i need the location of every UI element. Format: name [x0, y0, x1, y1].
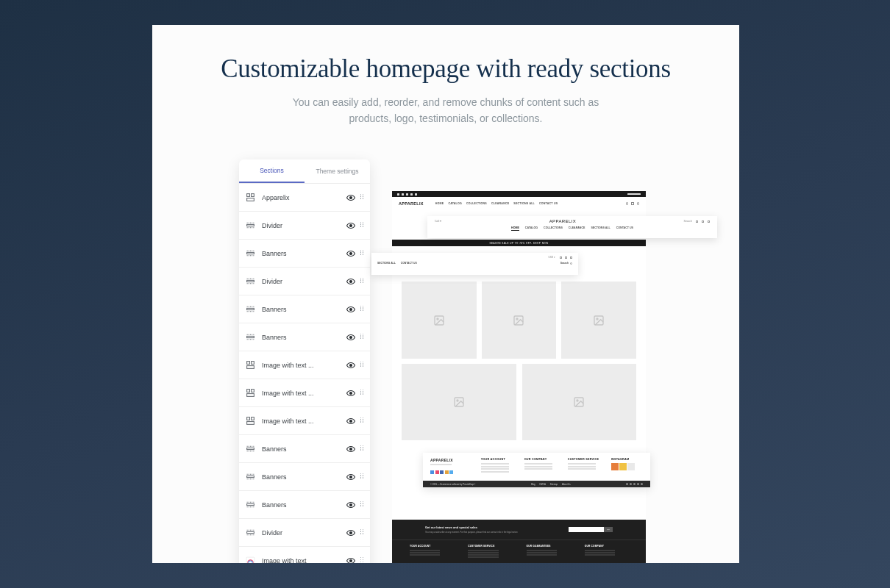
section-row[interactable]: Banners [239, 295, 370, 323]
promo-bar: SEASON SALE UP TO 70% OFF. SHOP NOW [392, 240, 646, 246]
email-input[interactable] [569, 527, 604, 532]
section-row[interactable]: Divider [239, 212, 370, 240]
nav-link: CONTACT US [539, 202, 558, 205]
svg-point-31 [350, 392, 352, 394]
drag-handle-icon[interactable] [360, 306, 364, 313]
newsletter-sub: You may unsubscribe at any moment. For t… [425, 531, 518, 534]
footer-variant-light: APPARELIX YOUR ACCOUNT OUR COMPANY CUSTO… [423, 453, 650, 487]
visibility-toggle-icon[interactable] [346, 277, 355, 286]
signin-link [627, 193, 641, 196]
drag-handle-icon[interactable] [360, 557, 364, 563]
drag-handle-icon[interactable] [360, 390, 364, 397]
section-row[interactable]: Divider [239, 519, 370, 547]
section-row[interactable]: Banners [239, 240, 370, 268]
section-row[interactable]: Banners [239, 463, 370, 491]
section-row[interactable]: Image with text [239, 547, 370, 563]
svg-rect-29 [252, 390, 254, 392]
subheadline: You can easily add, reorder, and remove … [152, 94, 739, 127]
footer-col-title: CUSTOMER SERVICE [568, 458, 603, 461]
nav-link: CATALOG [525, 226, 538, 231]
divider-icon [246, 472, 255, 481]
visibility-toggle-icon[interactable] [346, 528, 355, 537]
drag-handle-icon[interactable] [360, 250, 364, 257]
section-row[interactable]: Apparelix [239, 184, 370, 212]
svg-rect-25 [252, 362, 254, 365]
section-row[interactable]: Image with text ... [239, 351, 370, 379]
tab-theme-settings[interactable]: Theme settings [305, 159, 370, 183]
nav-link: COLLECTIONS [466, 202, 487, 205]
svg-rect-0 [247, 194, 250, 197]
drag-handle-icon[interactable] [360, 501, 364, 509]
banner-placeholder [402, 282, 477, 359]
visibility-toggle-icon[interactable] [346, 389, 355, 398]
svg-rect-28 [247, 390, 250, 392]
banner-grid-2col [402, 364, 636, 440]
visibility-toggle-icon[interactable] [346, 305, 355, 314]
search: Search [560, 262, 572, 265]
banner-placeholder [522, 364, 637, 440]
subscribe-button[interactable]: GO [604, 527, 613, 532]
svg-point-27 [350, 364, 352, 366]
section-label: Banners [262, 334, 346, 341]
visibility-toggle-icon[interactable] [346, 361, 355, 370]
preview-nav: HOMECATALOGCOLLECTIONSCLEARANCESECTIONS … [435, 202, 620, 205]
visibility-toggle-icon[interactable] [346, 417, 355, 426]
svg-rect-26 [247, 366, 254, 369]
section-label: Image with text ... [262, 390, 346, 397]
footer-col-title: YOUR ACCOUNT [481, 458, 516, 461]
brand-logo: APPARELIX [399, 201, 424, 206]
section-row[interactable]: Image with text ... [239, 407, 370, 435]
drag-handle-icon[interactable] [360, 194, 364, 201]
drag-handle-icon[interactable] [360, 362, 364, 369]
svg-point-55 [437, 318, 438, 320]
section-label: Apparelix [262, 194, 346, 201]
visibility-toggle-icon[interactable] [346, 221, 355, 230]
preview-homepage: APPARELIX HOMECATALOGCOLLECTIONSCLEARANC… [392, 191, 646, 563]
drag-handle-icon[interactable] [360, 417, 364, 425]
visibility-toggle-icon[interactable] [346, 501, 355, 509]
visibility-toggle-icon[interactable] [346, 473, 355, 481]
subhead-line1: You can easily add, reorder, and remove … [293, 96, 599, 108]
visibility-toggle-icon[interactable] [346, 333, 355, 342]
preview-header: APPARELIX HOMECATALOGCOLLECTIONSCLEARANC… [392, 197, 646, 210]
section-label: Divider [262, 222, 346, 229]
layout-icon [246, 388, 255, 398]
svg-point-11 [350, 252, 352, 254]
visibility-toggle-icon[interactable] [346, 445, 355, 453]
header-variant-minimal: USD ▾ SECTIONS ALLCONTACT US Search [371, 253, 578, 275]
section-row[interactable]: Banners [239, 491, 370, 519]
search-icon [626, 202, 629, 205]
newsletter-row: Get our latest news and special sales Yo… [392, 520, 646, 540]
drag-handle-icon[interactable] [360, 222, 364, 229]
banner-placeholder [482, 282, 557, 359]
tab-sections[interactable]: Sections [239, 159, 305, 183]
visibility-toggle-icon[interactable] [346, 249, 355, 258]
svg-rect-32 [247, 417, 250, 420]
visibility-toggle-icon[interactable] [346, 556, 355, 563]
drag-handle-icon[interactable] [360, 473, 364, 481]
svg-rect-24 [247, 362, 250, 365]
panel-tabs: Sections Theme settings [239, 159, 370, 184]
section-row[interactable]: Banners [239, 323, 370, 351]
drag-handle-icon[interactable] [360, 445, 364, 453]
footer-variant-dark: Get our latest news and special sales Yo… [392, 520, 646, 563]
drag-handle-icon[interactable] [360, 529, 364, 537]
drag-handle-icon[interactable] [360, 278, 364, 285]
svg-point-51 [350, 531, 352, 534]
heart-icon [570, 257, 572, 259]
svg-rect-21 [247, 336, 254, 337]
svg-rect-17 [247, 308, 254, 309]
headline: Customizable homepage with ready section… [152, 54, 739, 84]
social-icons [626, 483, 643, 485]
drag-handle-icon[interactable] [360, 334, 364, 341]
svg-point-19 [350, 308, 352, 310]
visibility-toggle-icon[interactable] [346, 193, 355, 202]
svg-rect-41 [247, 476, 254, 477]
svg-rect-2 [247, 198, 254, 201]
svg-point-61 [457, 400, 458, 401]
cart-icon [708, 220, 710, 223]
section-label: Divider [262, 278, 346, 285]
section-row[interactable]: Banners [239, 435, 370, 463]
section-row[interactable]: Divider [239, 268, 370, 295]
section-row[interactable]: Image with text ... [239, 379, 370, 407]
